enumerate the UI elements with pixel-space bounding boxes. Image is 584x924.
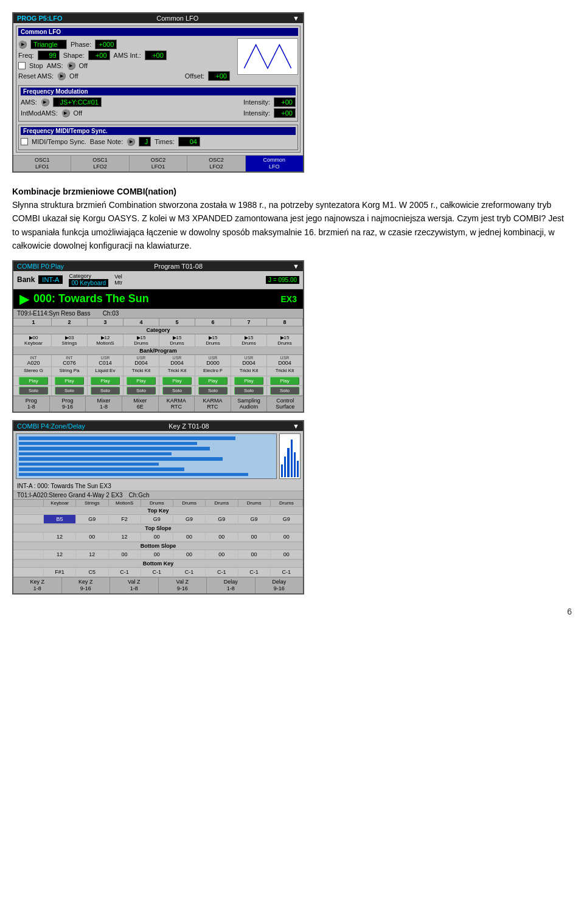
nav-tab-mixer-6e[interactable]: Mixer6E [122, 396, 159, 412]
solo-btn-2[interactable]: Solo [52, 386, 88, 395]
top-key-7[interactable]: G9 [238, 515, 271, 523]
prog-dropdown-icon[interactable]: ▼ [293, 15, 299, 22]
bottom-key-8[interactable]: C-1 [271, 568, 303, 576]
ams-int-value[interactable]: +00 [145, 50, 167, 60]
play-btn-5[interactable]: Play [159, 376, 195, 385]
midi-sync-checkbox[interactable] [21, 138, 28, 145]
bank-cell-5[interactable]: USRD004 [159, 355, 195, 367]
top-slope-5[interactable]: 00 [173, 533, 206, 541]
play-btn-8[interactable]: Play [267, 376, 303, 385]
top-key-8[interactable]: G9 [271, 515, 303, 523]
nav-tab-mixer-1-8[interactable]: Mixer1-8 [86, 396, 122, 412]
waveform-select[interactable]: Triangle [30, 40, 67, 49]
play-btn-6[interactable]: Play [195, 376, 231, 385]
top-key-3[interactable]: F2 [109, 515, 141, 523]
nav-tab-prog-1-8[interactable]: Prog1-8 [13, 396, 50, 412]
bank-cell-2[interactable]: INTC076 [52, 355, 88, 367]
nav-tab-sampling[interactable]: SamplingAudioIn [231, 396, 268, 412]
offset-value[interactable]: +00 [208, 71, 230, 81]
bottom-key-2[interactable]: C5 [76, 568, 108, 576]
cat-cell-5[interactable]: ▶15Drums [159, 334, 195, 346]
zone-nav-delay-9-16[interactable]: Delay9-16 [255, 578, 304, 593]
bottom-slope-5[interactable]: 00 [173, 550, 206, 559]
cat-cell-2[interactable]: ▶03Strings [52, 334, 88, 346]
combi-play-dropdown-icon[interactable]: ▼ [293, 263, 299, 270]
bottom-slope-3[interactable]: 00 [109, 550, 141, 559]
nav-tab-prog-9-16[interactable]: Prog9-16 [50, 396, 86, 412]
intmod-intensity-value[interactable]: +00 [274, 108, 296, 118]
play-btn-7[interactable]: Play [231, 376, 267, 385]
play-btn-4[interactable]: Play [123, 376, 159, 385]
solo-btn-8[interactable]: Solo [267, 386, 303, 395]
fm-intensity-value[interactable]: +00 [274, 97, 296, 107]
waveform-play-btn[interactable]: ▶ [18, 40, 27, 49]
cat-cell-3[interactable]: ▶12MotionS [88, 334, 123, 346]
bottom-key-1[interactable]: F#1 [44, 568, 76, 576]
play-btn-3[interactable]: Play [88, 376, 123, 385]
nav-tab-control[interactable]: ControlSurface [267, 396, 303, 412]
nav-tab-karma-rtc2[interactable]: KARMARTC [195, 396, 231, 412]
top-slope-8[interactable]: 00 [271, 533, 303, 541]
bottom-slope-4[interactable]: 00 [141, 550, 173, 559]
top-key-4[interactable]: G9 [141, 515, 173, 523]
fm-ams-btn[interactable]: ▶ [41, 98, 49, 106]
tempo-value[interactable]: J = 095.00 [266, 276, 299, 284]
tab-osc2-lfo1[interactable]: OSC2 LFO1 [130, 156, 187, 171]
zone-nav-delay-1-8[interactable]: Delay1-8 [207, 578, 255, 593]
top-slope-1[interactable]: 12 [44, 533, 76, 541]
top-slope-3[interactable]: 12 [109, 533, 141, 541]
top-slope-4[interactable]: 00 [141, 533, 173, 541]
bottom-slope-2[interactable]: 12 [76, 550, 108, 559]
top-slope-2[interactable]: 00 [76, 533, 108, 541]
tab-osc2-lfo2[interactable]: OSC2 LFO2 [187, 156, 245, 171]
intmodams-btn[interactable]: ▶ [61, 109, 70, 117]
ams-play-btn[interactable]: ▶ [67, 61, 75, 70]
cat-cell-1[interactable]: ▶00Keyboar [16, 334, 52, 346]
solo-btn-5[interactable]: Solo [159, 386, 195, 395]
fm-ams-value[interactable]: JS+Y:CC#01 [53, 97, 102, 107]
solo-btn-6[interactable]: Solo [195, 386, 231, 395]
solo-btn-3[interactable]: Solo [88, 386, 123, 395]
times-value[interactable]: 04 [178, 137, 200, 147]
shape-value[interactable]: +00 [88, 50, 110, 60]
cat-cell-7[interactable]: ▶15Drums [231, 334, 267, 346]
cat-cell-4[interactable]: ▶15Drums [123, 334, 159, 346]
program-arrow[interactable]: ▶ [19, 292, 29, 306]
tab-common-lfo[interactable]: Common LFO [246, 156, 303, 171]
bank-cell-7[interactable]: USRD004 [231, 355, 267, 367]
bank-value[interactable]: INT-A [38, 275, 63, 284]
top-key-5[interactable]: G9 [173, 515, 206, 523]
bottom-slope-1[interactable]: 12 [44, 550, 76, 559]
bank-cell-3[interactable]: USRC014 [88, 355, 123, 367]
zone-nav-keyz-9-16[interactable]: Key Z9-16 [62, 578, 111, 593]
phase-value[interactable]: +000 [95, 40, 117, 49]
base-note-value[interactable]: J [139, 137, 151, 147]
zone-nav-keyz-1-8[interactable]: Key Z1-8 [13, 578, 62, 593]
play-btn-1[interactable]: Play [16, 376, 52, 385]
top-slope-6[interactable]: 00 [206, 533, 238, 541]
bank-cell-6[interactable]: USRD000 [195, 355, 231, 367]
category-value[interactable]: 00 Keyboard [69, 279, 108, 287]
zone-nav-valz-9-16[interactable]: Val Z9-16 [159, 578, 207, 593]
bottom-key-3[interactable]: C-1 [109, 568, 141, 576]
bank-cell-4[interactable]: USRD004 [123, 355, 159, 367]
bottom-key-4[interactable]: C-1 [141, 568, 173, 576]
bottom-slope-8[interactable]: 00 [271, 550, 303, 559]
cat-cell-6[interactable]: ▶15Drums [195, 334, 231, 346]
bottom-slope-7[interactable]: 00 [238, 550, 271, 559]
bottom-key-5[interactable]: C-1 [173, 568, 206, 576]
bank-cell-8[interactable]: USRD004 [267, 355, 303, 367]
solo-btn-7[interactable]: Solo [231, 386, 267, 395]
bottom-key-6[interactable]: C-1 [206, 568, 238, 576]
top-key-6[interactable]: G9 [206, 515, 238, 523]
tab-osc1-lfo2[interactable]: OSC1 LFO2 [71, 156, 129, 171]
top-key-2[interactable]: G9 [76, 515, 108, 523]
zone-dropdown-icon[interactable]: ▼ [293, 422, 299, 430]
top-slope-7[interactable]: 00 [238, 533, 271, 541]
stop-checkbox[interactable] [18, 62, 26, 69]
play-btn-2[interactable]: Play [52, 376, 88, 385]
cat-cell-8[interactable]: ▶15Drums [267, 334, 303, 346]
bottom-key-7[interactable]: C-1 [238, 568, 271, 576]
bottom-slope-6[interactable]: 00 [206, 550, 238, 559]
bank-cell-1[interactable]: INTA020 [16, 355, 52, 367]
